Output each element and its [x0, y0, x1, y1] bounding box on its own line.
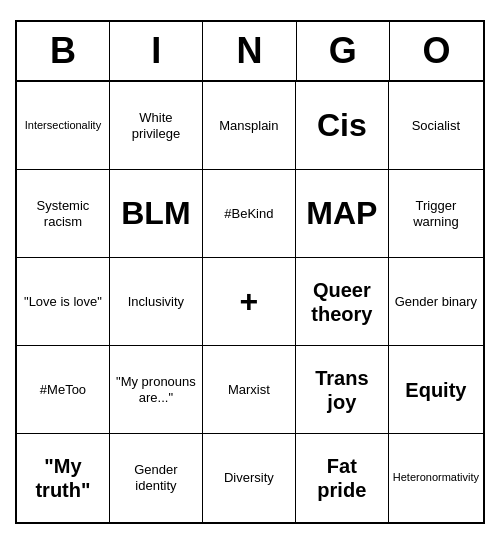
cell-text: +	[240, 282, 259, 320]
bingo-header: BINGO	[17, 22, 483, 82]
bingo-cell: #MeToo	[17, 346, 110, 434]
cell-text: BLM	[121, 194, 190, 232]
bingo-cell: MAP	[296, 170, 389, 258]
bingo-cell: White privilege	[110, 82, 203, 170]
bingo-cell: Inclusivity	[110, 258, 203, 346]
cell-text: Diversity	[224, 470, 274, 486]
cell-text: Inclusivity	[128, 294, 184, 310]
header-letter: O	[390, 22, 483, 80]
cell-text: Gender identity	[114, 462, 198, 493]
bingo-cell: Heteronormativity	[389, 434, 483, 522]
cell-text: Trans joy	[300, 366, 384, 414]
bingo-cell: Intersectionality	[17, 82, 110, 170]
header-letter: B	[17, 22, 110, 80]
bingo-cell: "My truth"	[17, 434, 110, 522]
bingo-cell: Equity	[389, 346, 483, 434]
bingo-cell: +	[203, 258, 296, 346]
bingo-cell: Gender identity	[110, 434, 203, 522]
bingo-cell: Gender binary	[389, 258, 483, 346]
header-letter: I	[110, 22, 203, 80]
bingo-cell: Socialist	[389, 82, 483, 170]
bingo-card: BINGO IntersectionalityWhite privilegeMa…	[15, 20, 485, 524]
bingo-cell: Fat pride	[296, 434, 389, 522]
cell-text: #MeToo	[40, 382, 86, 398]
bingo-cell: Diversity	[203, 434, 296, 522]
cell-text: Cis	[317, 106, 367, 144]
header-letter: G	[297, 22, 390, 80]
header-letter: N	[203, 22, 296, 80]
cell-text: Gender binary	[395, 294, 477, 310]
cell-text: "My pronouns are..."	[114, 374, 198, 405]
bingo-cell: Mansplain	[203, 82, 296, 170]
cell-text: Queer theory	[300, 278, 384, 326]
cell-text: "Love is love"	[24, 294, 102, 310]
bingo-cell: "Love is love"	[17, 258, 110, 346]
bingo-cell: BLM	[110, 170, 203, 258]
bingo-cell: Marxist	[203, 346, 296, 434]
cell-text: Marxist	[228, 382, 270, 398]
bingo-cell: "My pronouns are..."	[110, 346, 203, 434]
bingo-cell: Queer theory	[296, 258, 389, 346]
bingo-grid: IntersectionalityWhite privilegeMansplai…	[17, 82, 483, 522]
bingo-cell: Cis	[296, 82, 389, 170]
cell-text: Intersectionality	[25, 119, 101, 132]
bingo-cell: Trans joy	[296, 346, 389, 434]
cell-text: Fat pride	[300, 454, 384, 502]
cell-text: Heteronormativity	[393, 471, 479, 484]
cell-text: Mansplain	[219, 118, 278, 134]
cell-text: Equity	[405, 378, 466, 402]
cell-text: White privilege	[114, 110, 198, 141]
cell-text: Systemic racism	[21, 198, 105, 229]
cell-text: #BeKind	[224, 206, 273, 222]
bingo-cell: Trigger warning	[389, 170, 483, 258]
bingo-cell: #BeKind	[203, 170, 296, 258]
cell-text: MAP	[306, 194, 377, 232]
cell-text: Socialist	[412, 118, 460, 134]
cell-text: "My truth"	[21, 454, 105, 502]
cell-text: Trigger warning	[393, 198, 479, 229]
bingo-cell: Systemic racism	[17, 170, 110, 258]
